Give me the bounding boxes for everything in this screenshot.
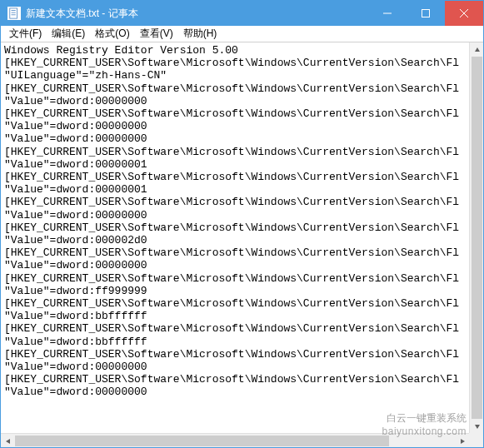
menubar: 文件(F) 编辑(E) 格式(O) 查看(V) 帮助(H)	[1, 26, 483, 42]
svg-rect-5	[422, 10, 430, 17]
menu-view[interactable]: 查看(V)	[135, 26, 178, 42]
menu-help[interactable]: 帮助(H)	[178, 26, 222, 42]
titlebar[interactable]: 新建文本文档.txt - 记事本	[1, 1, 483, 26]
menu-format[interactable]: 格式(O)	[90, 26, 134, 42]
notepad-icon	[7, 7, 21, 20]
menu-file[interactable]: 文件(F)	[4, 26, 47, 42]
scroll-down-button[interactable]	[470, 419, 484, 433]
scroll-thumb-vertical[interactable]	[472, 57, 482, 419]
minimize-button[interactable]	[368, 1, 407, 26]
window-controls	[368, 1, 483, 26]
svg-marker-10	[6, 439, 10, 444]
scroll-up-button[interactable]	[470, 42, 484, 57]
scroll-left-button[interactable]	[1, 434, 15, 448]
scroll-track-vertical[interactable]	[470, 57, 483, 419]
svg-marker-11	[461, 439, 465, 444]
text-area[interactable]: Windows Registry Editor Version 5.00 [HK…	[1, 42, 483, 447]
svg-marker-9	[475, 425, 480, 429]
svg-rect-0	[10, 8, 17, 18]
horizontal-scrollbar[interactable]	[1, 433, 469, 447]
window-title: 新建文本文档.txt - 记事本	[26, 7, 138, 21]
maximize-button[interactable]	[407, 1, 445, 26]
menu-edit[interactable]: 编辑(E)	[47, 26, 90, 42]
scroll-corner	[469, 433, 483, 447]
vertical-scrollbar[interactable]	[469, 42, 483, 433]
scroll-right-button[interactable]	[455, 434, 469, 448]
scroll-track-horizontal[interactable]	[15, 434, 455, 447]
scroll-thumb-horizontal[interactable]	[15, 436, 389, 446]
close-button[interactable]	[445, 1, 483, 26]
svg-marker-8	[475, 47, 480, 52]
